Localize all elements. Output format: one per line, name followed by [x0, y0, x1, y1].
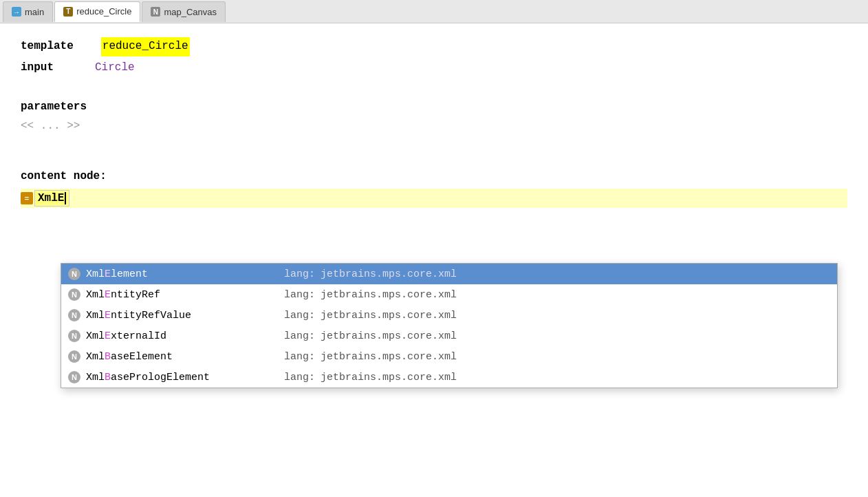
template-name-highlight: reduce_Circle	[101, 37, 190, 56]
text-cursor	[65, 192, 66, 204]
xmle-input-row[interactable]: = XmlE	[21, 189, 847, 208]
parameters-line: parameters	[21, 98, 847, 116]
ac-icon-0: N	[68, 268, 80, 280]
ac-lang-value-1: jetbrains.mps.core.xml	[321, 289, 457, 301]
ac-name-0: XmlElement	[86, 268, 279, 280]
tab-reduce-circle-icon: T	[63, 7, 73, 17]
ac-name-1: XmlEntityRef	[86, 289, 279, 301]
blank-1	[21, 78, 847, 98]
parameters-keyword: parameters	[21, 98, 87, 116]
ac-name-2: XmlEntityRefValue	[86, 310, 279, 321]
tab-main-icon: →	[12, 7, 21, 17]
ac-icon-5: N	[68, 371, 80, 383]
ac-lang-label-4: lang:	[284, 351, 315, 363]
autocomplete-item-5[interactable]: N XmlBasePrologElement lang: jetbrains.m…	[61, 367, 837, 388]
input-keyword: input	[21, 59, 54, 77]
ac-icon-2: N	[68, 309, 80, 321]
ac-lang-label-0: lang:	[284, 268, 315, 280]
autocomplete-item-3[interactable]: N XmlExternalId lang: jetbrains.mps.core…	[61, 326, 837, 346]
autocomplete-item-2[interactable]: N XmlEntityRefValue lang: jetbrains.mps.…	[61, 305, 837, 326]
template-keyword: template	[21, 38, 74, 56]
tab-reduce-circle-label: reduce_Circle	[76, 6, 131, 17]
autocomplete-item-1[interactable]: N XmlEntityRef lang: jetbrains.mps.core.…	[61, 284, 837, 305]
autocomplete-dropdown: N XmlElement lang: jetbrains.mps.core.xm…	[61, 263, 838, 388]
ac-lang-label-1: lang:	[284, 289, 315, 301]
ac-lang-label-5: lang:	[284, 372, 315, 383]
blank-2	[21, 136, 847, 157]
xmle-equals-icon: =	[21, 192, 33, 204]
input-line: input Circle	[21, 59, 847, 77]
content-node-label: content node:	[21, 168, 107, 186]
template-line: template reduce_Circle	[21, 37, 847, 56]
ac-name-4: XmlBaseElement	[86, 351, 279, 363]
ac-lang-label-2: lang:	[284, 310, 315, 321]
ac-name-5: XmlBasePrologElement	[86, 372, 279, 383]
params-placeholder: << ... >>	[21, 118, 80, 136]
editor-area: template reduce_Circle input Circle para…	[0, 23, 868, 497]
ac-name-3: XmlExternalId	[86, 330, 279, 342]
tab-map-canvas-icon: N	[151, 7, 160, 17]
tab-map-canvas[interactable]: N map_Canvas	[142, 1, 226, 22]
ac-icon-1: N	[68, 288, 80, 301]
params-placeholder-line: << ... >>	[21, 118, 847, 136]
tab-map-canvas-label: map_Canvas	[164, 7, 217, 17]
ac-lang-value-5: jetbrains.mps.core.xml	[321, 372, 457, 383]
tab-main[interactable]: → main	[3, 1, 53, 22]
tab-reduce-circle[interactable]: T reduce_Circle	[54, 1, 140, 22]
ac-icon-3: N	[68, 330, 80, 342]
ac-lang-value-2: jetbrains.mps.core.xml	[321, 310, 457, 321]
ac-lang-value-4: jetbrains.mps.core.xml	[321, 351, 457, 363]
tab-main-label: main	[25, 7, 44, 17]
ac-lang-value-0: jetbrains.mps.core.xml	[321, 268, 457, 280]
input-type: Circle	[95, 59, 135, 77]
ac-lang-value-3: jetbrains.mps.core.xml	[321, 330, 457, 342]
autocomplete-item-0[interactable]: N XmlElement lang: jetbrains.mps.core.xm…	[61, 264, 837, 284]
ac-icon-4: N	[68, 350, 80, 363]
xmle-input-text[interactable]: XmlE	[34, 190, 69, 207]
tab-bar: → main T reduce_Circle N map_Canvas	[0, 0, 868, 23]
content-node-line: content node:	[21, 168, 847, 186]
autocomplete-item-4[interactable]: N XmlBaseElement lang: jetbrains.mps.cor…	[61, 346, 837, 367]
ac-lang-label-3: lang:	[284, 330, 315, 342]
